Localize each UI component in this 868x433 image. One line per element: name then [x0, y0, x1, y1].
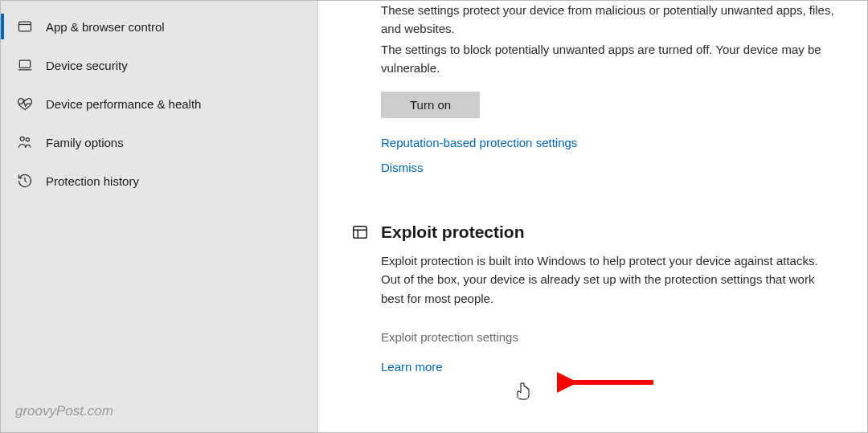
- dismiss-link[interactable]: Dismiss: [381, 161, 835, 174]
- laptop-icon: [15, 55, 35, 75]
- reputation-desc-1: These settings protect your device from …: [381, 1, 835, 39]
- watermark: groovyPost.com: [15, 403, 113, 419]
- sidebar-item-label: App & browser control: [46, 20, 165, 34]
- sidebar-item-device-performance[interactable]: Device performance & health: [1, 84, 317, 123]
- sidebar-item-label: Device security: [46, 59, 128, 72]
- sidebar: App & browser control Device security De…: [1, 1, 318, 432]
- reputation-desc-2: The settings to block potentially unwant…: [381, 40, 835, 78]
- sidebar-item-family-options[interactable]: Family options: [1, 123, 317, 161]
- reputation-settings-link[interactable]: Reputation-based protection settings: [381, 136, 835, 149]
- sidebar-item-label: Family options: [46, 136, 124, 149]
- history-icon: [15, 171, 35, 190]
- turn-on-button[interactable]: Turn on: [381, 92, 480, 118]
- heart-pulse-icon: [15, 94, 35, 113]
- svg-rect-6: [354, 227, 367, 239]
- exploit-protection-desc: Exploit protection is built into Windows…: [381, 251, 835, 308]
- learn-more-link[interactable]: Learn more: [381, 360, 835, 374]
- browser-icon: [15, 17, 35, 36]
- svg-point-5: [26, 138, 29, 141]
- main-content: These settings protect your device from …: [318, 1, 867, 432]
- exploit-protection-heading: Exploit protection: [381, 223, 525, 242]
- sidebar-item-protection-history[interactable]: Protection history: [1, 161, 317, 200]
- exploit-icon: [350, 223, 370, 242]
- family-icon: [15, 133, 35, 152]
- svg-rect-2: [19, 60, 30, 67]
- sidebar-item-label: Protection history: [46, 174, 139, 188]
- sidebar-item-app-browser-control[interactable]: App & browser control: [1, 7, 317, 46]
- sidebar-item-label: Device performance & health: [46, 97, 201, 111]
- exploit-protection-settings-link[interactable]: Exploit protection settings: [381, 330, 518, 344]
- sidebar-item-device-security[interactable]: Device security: [1, 46, 317, 84]
- svg-rect-0: [19, 22, 31, 31]
- exploit-protection-header: Exploit protection: [350, 223, 835, 242]
- svg-point-4: [20, 137, 24, 141]
